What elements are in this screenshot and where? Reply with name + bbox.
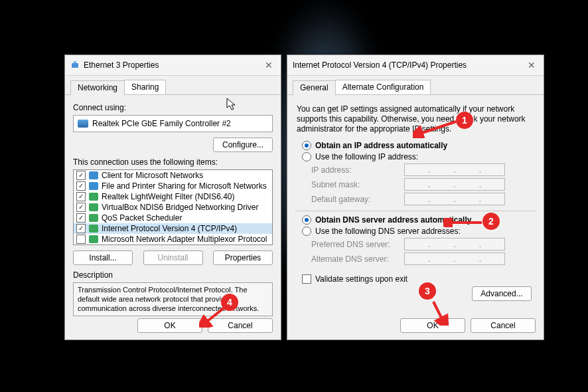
component-icon: [89, 203, 98, 211]
titlebar: Ethernet 3 Properties ✕: [65, 55, 281, 76]
radio-obtain-dns-auto[interactable]: Obtain DNS server address automatically: [302, 215, 536, 225]
radio-label: Obtain an IP address automatically: [315, 141, 447, 150]
component-icon: [89, 182, 98, 190]
dialog-title: Ethernet 3 Properties: [84, 60, 262, 70]
svg-rect-1: [74, 61, 76, 63]
checkbox-icon[interactable]: [76, 235, 86, 244]
list-item-label: QoS Packet Scheduler: [102, 213, 182, 223]
radio-icon: [302, 215, 311, 225]
list-item-label: Internet Protocol Version 4 (TCP/IPv4): [102, 224, 237, 233]
tab-sharing[interactable]: Sharing: [124, 80, 166, 94]
list-item-label: Microsoft Network Adapter Multiplexor Pr…: [102, 235, 267, 244]
alternate-dns-field: ...: [404, 252, 505, 265]
component-icon: [89, 193, 98, 201]
default-gateway-label: Default gateway:: [311, 195, 404, 204]
radio-icon: [302, 152, 311, 161]
adapter-name: Realtek PCIe GbE Family Controller #2: [92, 119, 231, 128]
network-icon: [70, 60, 80, 70]
items-label: This connection uses the following items…: [73, 157, 273, 167]
annotation-badge-3: 3: [419, 282, 436, 300]
components-list[interactable]: Client for Microsoft NetworksFile and Pr…: [73, 169, 273, 245]
properties-button[interactable]: Properties: [213, 250, 273, 265]
cancel-button[interactable]: Cancel: [208, 318, 273, 333]
list-item[interactable]: QoS Packet Scheduler: [74, 213, 272, 223]
validate-settings-checkbox[interactable]: Validate settings upon exit: [302, 274, 536, 284]
checkbox-icon[interactable]: [76, 224, 86, 233]
checkbox-label: Validate settings upon exit: [315, 274, 407, 284]
component-icon: [89, 171, 98, 179]
tab-alternate-configuration[interactable]: Alternate Configuration: [335, 80, 431, 94]
ok-button[interactable]: OK: [137, 318, 202, 333]
ip-address-field: ...: [404, 163, 505, 176]
radio-obtain-ip-auto[interactable]: Obtain an IP address automatically: [302, 141, 536, 150]
list-item[interactable]: Realtek LightWeight Filter (NDIS6.40): [74, 191, 272, 202]
checkbox-icon[interactable]: [76, 171, 86, 180]
mouse-cursor-icon: [226, 98, 237, 111]
checkbox-icon[interactable]: [76, 192, 86, 201]
nic-icon: [78, 120, 88, 128]
subnet-mask-label: Subnet mask:: [311, 180, 404, 189]
close-icon[interactable]: ✕: [525, 60, 538, 70]
radio-label: Obtain DNS server address automatically: [315, 215, 471, 225]
ethernet-properties-dialog: Ethernet 3 Properties ✕ Networking Shari…: [64, 54, 281, 340]
list-item-label: File and Printer Sharing for Microsoft N…: [102, 181, 267, 191]
description-text: Transmission Control Protocol/Internet P…: [73, 282, 273, 316]
list-item[interactable]: Microsoft Network Adapter Multiplexor Pr…: [74, 234, 272, 245]
checkbox-icon[interactable]: [76, 181, 86, 191]
annotation-badge-2: 2: [482, 213, 500, 230]
annotation-badge-4: 4: [221, 294, 238, 311]
uninstall-button[interactable]: Uninstall: [143, 250, 203, 265]
alternate-dns-label: Alternate DNS server:: [311, 254, 404, 264]
dialog-title: Internet Protocol Version 4 (TCP/IPv4) P…: [293, 60, 525, 70]
tabs: General Alternate Configuration: [287, 76, 544, 95]
list-item-label: Client for Microsoft Networks: [102, 171, 203, 180]
radio-label: Use the following DNS server addresses:: [315, 227, 461, 236]
list-item[interactable]: Internet Protocol Version 4 (TCP/IPv4): [74, 223, 272, 234]
tab-general[interactable]: General: [293, 80, 336, 95]
svg-rect-0: [72, 63, 78, 68]
checkbox-icon: [302, 274, 311, 284]
radio-label: Use the following IP address:: [315, 152, 418, 161]
list-item[interactable]: Client for Microsoft Networks: [74, 170, 272, 181]
radio-use-dns[interactable]: Use the following DNS server addresses:: [302, 227, 536, 236]
configure-button[interactable]: Configure...: [213, 138, 273, 152]
intro-text: You can get IP settings assigned automat…: [297, 104, 534, 134]
list-item-label: Realtek LightWeight Filter (NDIS6.40): [102, 192, 235, 201]
advanced-button[interactable]: Advanced...: [472, 286, 532, 301]
default-gateway-field: ...: [404, 193, 505, 205]
cancel-button[interactable]: Cancel: [471, 318, 536, 333]
install-button[interactable]: Install...: [73, 250, 133, 265]
description-heading: Description: [73, 270, 273, 280]
checkbox-icon[interactable]: [76, 213, 86, 223]
radio-icon: [302, 227, 311, 236]
connect-using-label: Connect using:: [73, 103, 273, 112]
component-icon: [89, 214, 98, 222]
preferred-dns-field: ...: [404, 238, 505, 250]
annotation-badge-1: 1: [456, 112, 473, 129]
component-icon: [89, 225, 98, 233]
list-item[interactable]: VirtualBox NDIS6 Bridged Networking Driv…: [74, 202, 272, 213]
tab-networking[interactable]: Networking: [70, 80, 125, 95]
radio-icon: [302, 141, 311, 150]
close-icon[interactable]: ✕: [262, 60, 275, 70]
radio-use-ip[interactable]: Use the following IP address:: [302, 152, 536, 161]
adapter-field: Realtek PCIe GbE Family Controller #2: [73, 115, 273, 132]
list-item[interactable]: File and Printer Sharing for Microsoft N…: [74, 181, 272, 191]
subnet-mask-field: ...: [404, 178, 505, 191]
ip-address-label: IP address:: [311, 165, 404, 175]
ok-button[interactable]: OK: [400, 318, 465, 333]
component-icon: [89, 235, 98, 243]
titlebar: Internet Protocol Version 4 (TCP/IPv4) P…: [287, 55, 544, 76]
tabs: Networking Sharing: [65, 76, 281, 95]
checkbox-icon[interactable]: [76, 203, 86, 212]
ipv4-properties-dialog: Internet Protocol Version 4 (TCP/IPv4) P…: [287, 54, 544, 340]
list-item-label: VirtualBox NDIS6 Bridged Networking Driv…: [102, 203, 259, 212]
preferred-dns-label: Preferred DNS server:: [311, 240, 404, 249]
